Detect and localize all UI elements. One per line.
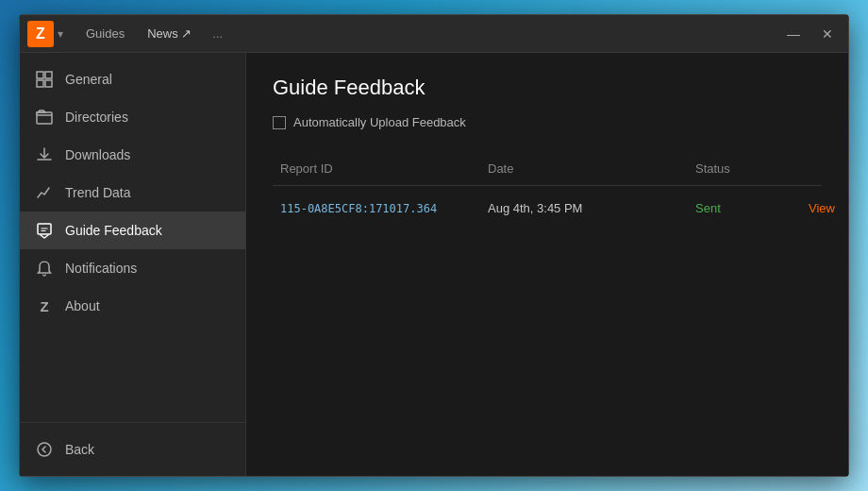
svg-point-6 xyxy=(38,443,51,456)
logo-dropdown[interactable]: ▾ xyxy=(58,27,63,41)
back-button[interactable]: Back xyxy=(20,431,245,468)
svg-rect-0 xyxy=(37,72,43,78)
header-report-id: Report ID xyxy=(273,158,480,179)
sidebar-item-downloads[interactable]: Downloads xyxy=(20,136,245,174)
guide-feedback-icon xyxy=(35,221,54,240)
titlebar: Z ▾ Guides News ↗ ... — ✕ xyxy=(20,15,848,53)
nav-guides[interactable]: Guides xyxy=(78,23,132,44)
app-logo[interactable]: Z xyxy=(27,21,54,47)
table-header: Report ID Date Status xyxy=(273,152,822,186)
general-icon xyxy=(35,70,54,89)
notifications-icon xyxy=(35,259,54,278)
view-link[interactable]: View xyxy=(801,197,843,219)
upload-checkbox[interactable] xyxy=(273,116,286,129)
sidebar: General Directories xyxy=(20,53,246,476)
app-window: Z ▾ Guides News ↗ ... — ✕ xyxy=(19,14,849,477)
sidebar-item-notifications[interactable]: Notifications xyxy=(20,249,245,287)
cell-status: Sent xyxy=(688,197,801,219)
svg-rect-1 xyxy=(45,72,52,78)
table-row: 115-0A8E5CF8:171017.364 Aug 4th, 3:45 PM… xyxy=(273,190,822,227)
sidebar-label-about: About xyxy=(65,298,100,313)
sidebar-item-guide-feedback[interactable]: Guide Feedback xyxy=(20,212,245,249)
sidebar-label-directories: Directories xyxy=(65,110,128,125)
downloads-icon xyxy=(35,145,54,164)
nav-more[interactable]: ... xyxy=(207,23,228,44)
back-label: Back xyxy=(65,442,94,457)
sidebar-label-downloads: Downloads xyxy=(65,147,130,162)
header-action xyxy=(801,158,822,179)
about-icon: Z xyxy=(35,296,54,315)
cell-date: Aug 4th, 3:45 PM xyxy=(480,197,688,219)
svg-rect-3 xyxy=(45,80,52,87)
header-date: Date xyxy=(480,158,688,179)
titlebar-nav: Guides News ↗ ... xyxy=(78,23,780,44)
header-status: Status xyxy=(688,158,801,179)
cell-report-id: 115-0A8E5CF8:171017.364 xyxy=(273,198,480,219)
sidebar-items: General Directories xyxy=(20,53,245,422)
sidebar-label-trend-data: Trend Data xyxy=(65,185,131,200)
minimize-button[interactable]: — xyxy=(780,21,807,47)
upload-checkbox-label: Automatically Upload Feedback xyxy=(293,115,466,129)
page-title: Guide Feedback xyxy=(273,76,822,100)
sidebar-label-guide-feedback: Guide Feedback xyxy=(65,223,162,238)
sidebar-item-general[interactable]: General xyxy=(20,60,245,98)
directories-icon xyxy=(35,108,54,127)
sidebar-item-trend-data[interactable]: Trend Data xyxy=(20,174,245,212)
main-content: Guide Feedback Automatically Upload Feed… xyxy=(246,53,848,476)
svg-rect-4 xyxy=(37,112,52,124)
sidebar-label-general: General xyxy=(65,72,112,87)
upload-checkbox-row: Automatically Upload Feedback xyxy=(273,115,822,129)
sidebar-item-directories[interactable]: Directories xyxy=(20,98,245,136)
back-icon xyxy=(35,440,54,459)
content-area: General Directories xyxy=(20,53,848,476)
sidebar-label-notifications: Notifications xyxy=(65,261,137,276)
trend-data-icon xyxy=(35,183,54,202)
nav-news[interactable]: News ↗ xyxy=(140,23,199,44)
sidebar-item-about[interactable]: Z About xyxy=(20,287,245,325)
window-controls: — ✕ xyxy=(780,21,841,47)
sidebar-bottom: Back xyxy=(20,422,245,476)
feedback-table: Report ID Date Status 115-0A8E5CF8:17101… xyxy=(273,152,822,227)
close-button[interactable]: ✕ xyxy=(814,21,841,47)
svg-rect-2 xyxy=(37,80,43,87)
